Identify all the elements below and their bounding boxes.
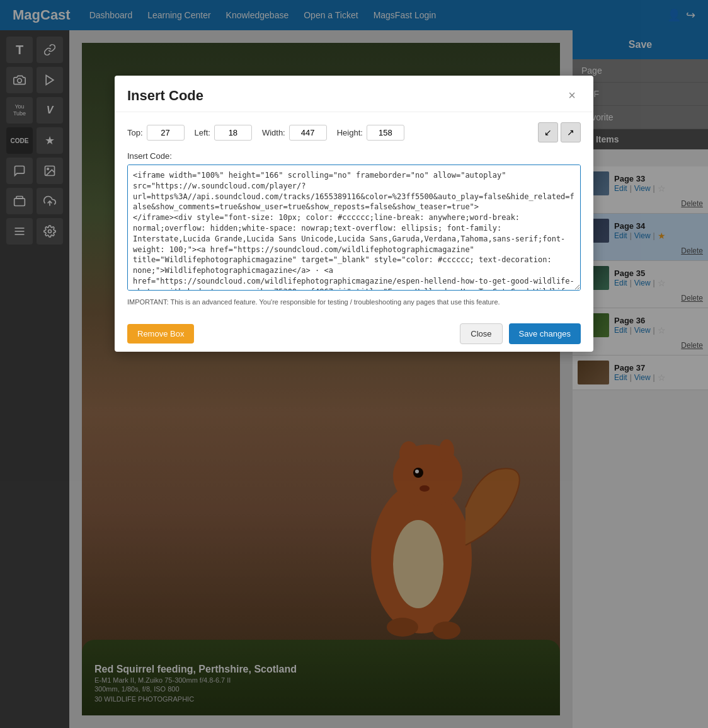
insert-code-label: Insert Code: — [127, 151, 581, 161]
modal-header: Insert Code × — [115, 76, 593, 112]
code-textarea[interactable] — [127, 165, 581, 291]
left-label: Left: — [195, 128, 210, 137]
top-input[interactable] — [147, 125, 185, 141]
modal-warning: IMPORTANT: This is an advanced feature. … — [127, 298, 581, 306]
width-input[interactable] — [289, 125, 327, 141]
modal-overlay: Insert Code × Top: Left: Width: Height: — [0, 0, 708, 728]
left-field: Left: — [195, 125, 252, 141]
modal-body: Top: Left: Width: Height: ↙ ↗ — [115, 112, 593, 316]
close-button[interactable]: Close — [460, 323, 502, 344]
width-field: Width: — [262, 125, 327, 141]
width-label: Width: — [262, 128, 285, 137]
modal-title: Insert Code — [127, 88, 203, 104]
arrow-up-btn[interactable]: ↗ — [561, 122, 581, 142]
left-input[interactable] — [214, 125, 252, 141]
top-label: Top: — [127, 128, 143, 137]
height-label: Height: — [337, 128, 363, 137]
arrow-down-btn[interactable]: ↙ — [538, 122, 558, 142]
save-changes-button[interactable]: Save changes — [509, 323, 581, 344]
arrow-buttons: ↙ ↗ — [538, 122, 581, 142]
height-input[interactable] — [367, 125, 404, 141]
top-field: Top: — [127, 125, 185, 141]
insert-code-modal: Insert Code × Top: Left: Width: Height: — [115, 76, 593, 352]
position-row: Top: Left: Width: Height: ↙ ↗ — [127, 122, 581, 142]
height-field: Height: — [337, 125, 404, 141]
modal-close-button[interactable]: × — [563, 86, 581, 105]
modal-footer: Remove Box Close Save changes — [115, 316, 593, 352]
modal-footer-right: Close Save changes — [460, 323, 581, 344]
remove-box-button[interactable]: Remove Box — [127, 324, 194, 344]
